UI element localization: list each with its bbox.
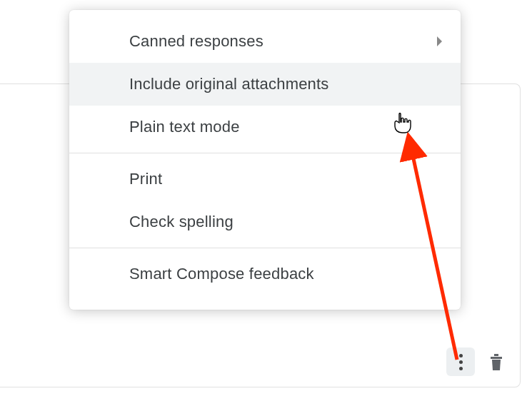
menu-item-canned-responses[interactable]: Canned responses [69,20,461,63]
trash-icon [488,352,505,371]
chevron-right-icon [437,36,442,46]
more-options-button[interactable] [446,347,475,376]
menu-item-print[interactable]: Print [69,158,461,201]
menu-item-check-spelling[interactable]: Check spelling [69,201,461,243]
pointer-cursor-icon [393,113,413,134]
menu-item-label: Print [129,170,162,188]
compose-toolbar [446,347,511,376]
menu-item-label: Check spelling [129,213,234,231]
more-vertical-icon [459,354,463,370]
menu-item-include-original-attachments[interactable]: Include original attachments [69,63,461,106]
discard-draft-button[interactable] [482,347,511,376]
menu-item-smart-compose-feedback[interactable]: Smart Compose feedback [69,253,461,295]
svg-rect-1 [494,354,498,356]
menu-item-label: Include original attachments [129,75,329,93]
menu-section: Smart Compose feedback [69,248,461,300]
svg-rect-0 [491,357,502,359]
menu-item-label: Canned responses [129,32,264,51]
more-options-menu: Canned responses Include original attach… [69,10,461,310]
menu-section: Print Check spelling [69,153,461,248]
menu-item-label: Smart Compose feedback [129,265,314,283]
menu-item-label: Plain text mode [129,118,240,136]
